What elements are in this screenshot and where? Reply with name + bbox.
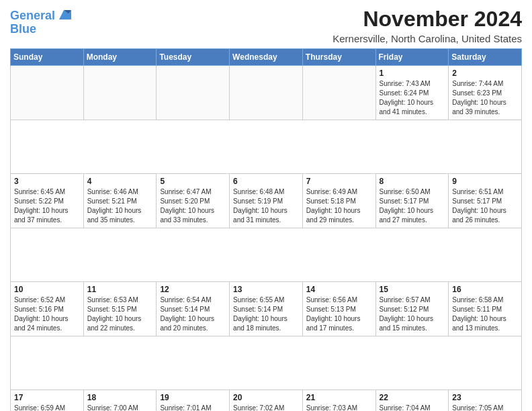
day-info: Sunrise: 7:01 AM Sunset: 5:10 PM Dayligh… — [160, 404, 226, 411]
day-number: 10 — [14, 285, 80, 294]
week-separator — [11, 228, 522, 282]
day-number: 18 — [87, 393, 153, 402]
day-number: 23 — [452, 393, 518, 402]
col-header-tuesday: Tuesday — [157, 49, 230, 66]
day-number: 2 — [452, 68, 518, 78]
calendar-cell: 2Sunrise: 7:44 AM Sunset: 6:23 PM Daylig… — [449, 66, 522, 120]
logo: General Blue — [10, 9, 71, 36]
col-header-saturday: Saturday — [449, 49, 522, 66]
day-number: 13 — [233, 285, 299, 294]
day-info: Sunrise: 6:48 AM Sunset: 5:19 PM Dayligh… — [233, 187, 299, 225]
day-info: Sunrise: 7:03 AM Sunset: 5:09 PM Dayligh… — [306, 404, 372, 411]
day-number: 11 — [87, 285, 153, 294]
calendar-week-row: 3Sunrise: 6:45 AM Sunset: 5:22 PM Daylig… — [11, 174, 522, 228]
day-number: 4 — [87, 177, 153, 186]
day-info: Sunrise: 7:04 AM Sunset: 5:08 PM Dayligh… — [380, 404, 445, 411]
calendar-table: SundayMondayTuesdayWednesdayThursdayFrid… — [10, 48, 522, 411]
day-info: Sunrise: 7:43 AM Sunset: 6:24 PM Dayligh… — [380, 79, 445, 117]
calendar-cell: 4Sunrise: 6:46 AM Sunset: 5:21 PM Daylig… — [83, 174, 157, 228]
day-number: 7 — [306, 177, 372, 186]
calendar-cell: 23Sunrise: 7:05 AM Sunset: 5:08 PM Dayli… — [449, 390, 522, 412]
page-title: November 2024 — [332, 7, 522, 32]
day-info: Sunrise: 6:51 AM Sunset: 5:17 PM Dayligh… — [452, 187, 518, 225]
calendar-cell — [302, 66, 375, 120]
calendar-cell: 3Sunrise: 6:45 AM Sunset: 5:22 PM Daylig… — [11, 174, 84, 228]
calendar-week-row: 17Sunrise: 6:59 AM Sunset: 5:11 PM Dayli… — [11, 390, 522, 412]
day-number: 19 — [160, 393, 226, 402]
calendar-cell: 18Sunrise: 7:00 AM Sunset: 5:10 PM Dayli… — [83, 390, 157, 412]
day-number: 21 — [306, 393, 372, 402]
logo-text-line1: General — [10, 9, 55, 23]
week-separator — [11, 336, 522, 390]
day-number: 8 — [380, 177, 445, 186]
day-info: Sunrise: 6:50 AM Sunset: 5:17 PM Dayligh… — [380, 187, 445, 225]
day-number: 22 — [380, 393, 445, 402]
logo-text-line2: Blue — [10, 23, 36, 36]
calendar-cell: 11Sunrise: 6:53 AM Sunset: 5:15 PM Dayli… — [83, 282, 157, 336]
day-number: 17 — [14, 393, 80, 402]
day-info: Sunrise: 7:05 AM Sunset: 5:08 PM Dayligh… — [452, 404, 518, 411]
calendar-cell: 5Sunrise: 6:47 AM Sunset: 5:20 PM Daylig… — [157, 174, 230, 228]
day-number: 1 — [380, 68, 445, 78]
day-info: Sunrise: 7:02 AM Sunset: 5:09 PM Dayligh… — [233, 404, 299, 411]
calendar-cell: 8Sunrise: 6:50 AM Sunset: 5:17 PM Daylig… — [375, 174, 449, 228]
day-number: 16 — [452, 285, 518, 294]
calendar-cell: 9Sunrise: 6:51 AM Sunset: 5:17 PM Daylig… — [449, 174, 522, 228]
calendar-cell: 13Sunrise: 6:55 AM Sunset: 5:14 PM Dayli… — [230, 282, 303, 336]
day-info: Sunrise: 6:45 AM Sunset: 5:22 PM Dayligh… — [14, 187, 80, 225]
col-header-thursday: Thursday — [302, 49, 375, 66]
calendar-cell: 12Sunrise: 6:54 AM Sunset: 5:14 PM Dayli… — [157, 282, 230, 336]
calendar-cell: 10Sunrise: 6:52 AM Sunset: 5:16 PM Dayli… — [11, 282, 84, 336]
calendar-cell: 21Sunrise: 7:03 AM Sunset: 5:09 PM Dayli… — [302, 390, 375, 412]
day-info: Sunrise: 6:52 AM Sunset: 5:16 PM Dayligh… — [14, 295, 80, 333]
calendar-week-row: 1Sunrise: 7:43 AM Sunset: 6:24 PM Daylig… — [11, 66, 522, 120]
title-area: November 2024 Kernersville, North Caroli… — [332, 7, 522, 44]
day-number: 14 — [306, 285, 372, 294]
calendar-week-row: 10Sunrise: 6:52 AM Sunset: 5:16 PM Dayli… — [11, 282, 522, 336]
col-header-friday: Friday — [375, 49, 449, 66]
calendar-cell: 17Sunrise: 6:59 AM Sunset: 5:11 PM Dayli… — [11, 390, 84, 412]
day-info: Sunrise: 6:58 AM Sunset: 5:11 PM Dayligh… — [452, 295, 518, 333]
col-header-wednesday: Wednesday — [230, 49, 303, 66]
calendar-cell: 22Sunrise: 7:04 AM Sunset: 5:08 PM Dayli… — [375, 390, 449, 412]
calendar-cell — [157, 66, 230, 120]
day-info: Sunrise: 7:44 AM Sunset: 6:23 PM Dayligh… — [452, 79, 518, 117]
calendar-cell: 19Sunrise: 7:01 AM Sunset: 5:10 PM Dayli… — [157, 390, 230, 412]
day-number: 20 — [233, 393, 299, 402]
day-number: 6 — [233, 177, 299, 186]
day-info: Sunrise: 6:54 AM Sunset: 5:14 PM Dayligh… — [160, 295, 226, 333]
calendar-cell — [83, 66, 157, 120]
calendar-cell: 20Sunrise: 7:02 AM Sunset: 5:09 PM Dayli… — [230, 390, 303, 412]
day-info: Sunrise: 6:46 AM Sunset: 5:21 PM Dayligh… — [87, 187, 153, 225]
day-info: Sunrise: 6:49 AM Sunset: 5:18 PM Dayligh… — [306, 187, 372, 225]
calendar-cell: 1Sunrise: 7:43 AM Sunset: 6:24 PM Daylig… — [375, 66, 449, 120]
day-info: Sunrise: 6:56 AM Sunset: 5:13 PM Dayligh… — [306, 295, 372, 333]
header: General Blue November 2024 Kernersville,… — [10, 7, 522, 44]
calendar-cell: 15Sunrise: 6:57 AM Sunset: 5:12 PM Dayli… — [375, 282, 449, 336]
day-number: 5 — [160, 177, 226, 186]
day-number: 3 — [14, 177, 80, 186]
day-number: 12 — [160, 285, 226, 294]
day-number: 15 — [380, 285, 445, 294]
col-header-monday: Monday — [83, 49, 157, 66]
day-number: 9 — [452, 177, 518, 186]
day-info: Sunrise: 6:55 AM Sunset: 5:14 PM Dayligh… — [233, 295, 299, 333]
day-info: Sunrise: 6:59 AM Sunset: 5:11 PM Dayligh… — [14, 404, 80, 411]
logo-icon — [56, 7, 71, 22]
day-info: Sunrise: 6:53 AM Sunset: 5:15 PM Dayligh… — [87, 295, 153, 333]
page-subtitle: Kernersville, North Carolina, United Sta… — [332, 33, 522, 44]
calendar-header-row: SundayMondayTuesdayWednesdayThursdayFrid… — [11, 49, 522, 66]
day-info: Sunrise: 7:00 AM Sunset: 5:10 PM Dayligh… — [87, 404, 153, 411]
calendar-cell — [11, 66, 84, 120]
week-separator — [11, 120, 522, 174]
calendar-cell: 16Sunrise: 6:58 AM Sunset: 5:11 PM Dayli… — [449, 282, 522, 336]
calendar-cell: 6Sunrise: 6:48 AM Sunset: 5:19 PM Daylig… — [230, 174, 303, 228]
calendar-cell: 14Sunrise: 6:56 AM Sunset: 5:13 PM Dayli… — [302, 282, 375, 336]
day-info: Sunrise: 6:57 AM Sunset: 5:12 PM Dayligh… — [380, 295, 445, 333]
calendar-cell: 7Sunrise: 6:49 AM Sunset: 5:18 PM Daylig… — [302, 174, 375, 228]
col-header-sunday: Sunday — [11, 49, 84, 66]
day-info: Sunrise: 6:47 AM Sunset: 5:20 PM Dayligh… — [160, 187, 226, 225]
calendar-cell — [230, 66, 303, 120]
